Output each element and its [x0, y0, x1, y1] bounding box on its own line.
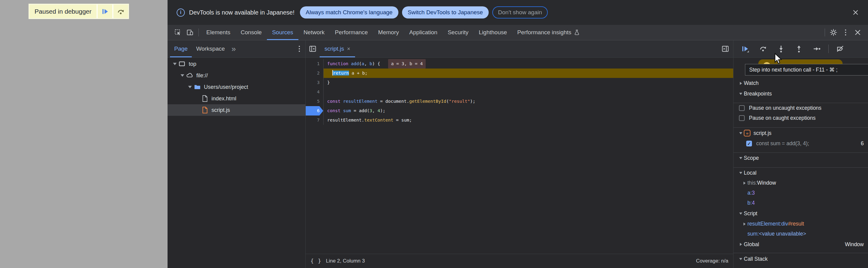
- line-number[interactable]: 4: [306, 87, 323, 97]
- line-number[interactable]: 1: [306, 59, 323, 68]
- expand-arrow-icon[interactable]: [738, 258, 744, 260]
- tree-item-script-js[interactable]: script.js: [167, 104, 305, 116]
- code-line-text[interactable]: const sum = add(3, 4);: [323, 106, 733, 116]
- expand-arrow-icon[interactable]: [738, 157, 744, 159]
- section-scope[interactable]: Scope: [734, 153, 868, 163]
- code-line-text[interactable]: [323, 87, 733, 97]
- tab-workspace[interactable]: Workspace: [192, 40, 229, 57]
- file-icon: [201, 95, 209, 102]
- checkbox-pause-on-uncaught-exceptions[interactable]: Pause on uncaught exceptions: [734, 103, 868, 113]
- expand-arrow-icon[interactable]: [738, 212, 744, 215]
- code-line-text[interactable]: const resultElement = document.getElemen…: [323, 97, 733, 106]
- tab-network[interactable]: Network: [299, 25, 330, 40]
- tab-console[interactable]: Console: [236, 25, 267, 40]
- code-token: "result": [449, 99, 470, 104]
- step-over-button[interactable]: [759, 45, 767, 53]
- resume-script-button[interactable]: [97, 4, 113, 18]
- line-number[interactable]: 3: [306, 78, 323, 87]
- section-call-stack[interactable]: Call Stack: [734, 253, 868, 265]
- tab-performance-insights[interactable]: Performance insights: [512, 25, 585, 40]
- resume-button[interactable]: [741, 45, 749, 53]
- close-devtools-icon[interactable]: [851, 25, 864, 40]
- code-token: const: [327, 99, 341, 104]
- expand-arrow-icon[interactable]: [186, 86, 194, 88]
- expand-arrow-icon[interactable]: [738, 93, 744, 95]
- section-local[interactable]: Local: [734, 168, 868, 178]
- always-match-language-button[interactable]: Always match Chrome's language: [300, 6, 398, 19]
- device-toolbar-icon[interactable]: [184, 25, 196, 40]
- checkbox-pause-on-caught-exceptions[interactable]: Pause on caught exceptions: [734, 113, 868, 123]
- scope-var-this[interactable]: this: Window: [734, 178, 868, 188]
- more-tabs-chevrons[interactable]: »: [229, 40, 238, 57]
- tree-item-label: index.html: [212, 95, 236, 102]
- expand-arrow-icon[interactable]: [738, 172, 744, 174]
- expand-arrow-icon[interactable]: [738, 243, 744, 246]
- expand-arrow-icon[interactable]: [741, 222, 747, 226]
- line-number[interactable]: 2: [306, 68, 323, 78]
- line-number[interactable]: 5: [306, 97, 323, 106]
- tab-elements[interactable]: Elements: [201, 25, 236, 40]
- settings-gear-icon[interactable]: [828, 25, 839, 40]
- section-script[interactable]: Script: [734, 208, 868, 219]
- scope-var-a[interactable]: a: 3: [734, 188, 868, 198]
- step-out-button[interactable]: [795, 45, 803, 53]
- expand-arrow-icon[interactable]: [179, 74, 186, 77]
- line-number[interactable]: 7: [306, 116, 323, 125]
- expand-arrow-icon[interactable]: [171, 63, 179, 65]
- code-editor[interactable]: 1function add(a, b) {a = 3, b = 42 retur…: [306, 58, 733, 254]
- close-tab-icon[interactable]: ×: [347, 46, 350, 52]
- code-line-text[interactable]: function add(a, b) {a = 3, b = 4: [323, 59, 733, 68]
- switch-to-japanese-button[interactable]: Switch DevTools to Japanese: [402, 6, 489, 19]
- code-token: add: [351, 61, 359, 66]
- expand-arrow-icon[interactable]: [738, 132, 744, 134]
- step-button[interactable]: [813, 45, 821, 53]
- tab-memory[interactable]: Memory: [373, 25, 404, 40]
- tree-item-top[interactable]: top: [167, 58, 305, 70]
- breakpoint-entry[interactable]: ✓const sum = add(3, 4);6: [734, 139, 868, 149]
- scope-var-b[interactable]: b: 4: [734, 198, 868, 208]
- more-options-icon[interactable]: [839, 25, 851, 40]
- tab-security[interactable]: Security: [443, 25, 474, 40]
- editor-tab-script-js[interactable]: script.js ×: [320, 40, 355, 57]
- tree-item-index-html[interactable]: index.html: [167, 93, 305, 104]
- scope-var-resultelement[interactable]: resultElement: div#result: [734, 219, 868, 229]
- tab-application[interactable]: Application: [404, 25, 443, 40]
- panel-tabs: ElementsConsoleSourcesNetworkPerformance…: [201, 25, 585, 40]
- cloud-icon: [186, 72, 193, 79]
- code-line-text[interactable]: return a + b;: [323, 68, 733, 78]
- scope-var-sum[interactable]: sum: <value unavailable>: [734, 229, 868, 239]
- tab-performance[interactable]: Performance: [330, 25, 373, 40]
- dont-show-again-button[interactable]: Don't show again: [492, 6, 548, 19]
- inspect-element-icon[interactable]: [172, 25, 184, 40]
- checkbox[interactable]: [739, 115, 745, 121]
- section-watch[interactable]: Watch: [734, 78, 868, 89]
- tab-page[interactable]: Page: [170, 40, 192, 57]
- tab-label: Elements: [206, 29, 230, 36]
- code-line-text[interactable]: }: [323, 78, 733, 87]
- screen: Paused in debugger i DevTools is now ava…: [0, 0, 868, 268]
- navigator-more-options-icon[interactable]: [293, 40, 305, 57]
- tab-sources[interactable]: Sources: [267, 25, 299, 40]
- tree-item-users-user-project[interactable]: Users/user/project: [167, 81, 305, 93]
- breakpoint-marker[interactable]: 6: [306, 106, 323, 116]
- step-into-button[interactable]: [777, 45, 785, 53]
- section-breakpoints[interactable]: Breakpoints: [734, 89, 868, 99]
- section-global[interactable]: GlobalWindow: [734, 239, 868, 250]
- checkbox[interactable]: [739, 105, 745, 111]
- breakpoint-checkbox[interactable]: ✓: [746, 141, 752, 146]
- paused-token: return: [333, 71, 349, 76]
- tree-item-file[interactable]: file://: [167, 70, 305, 81]
- pretty-print-icon[interactable]: { }: [311, 258, 322, 264]
- toggle-debugger-sidebar-icon[interactable]: [717, 40, 733, 57]
- expand-arrow-icon[interactable]: [738, 82, 744, 85]
- paused-banner-label: Paused in debugger: [29, 4, 97, 18]
- code-line-text[interactable]: resultElement.textContent = sum;: [323, 116, 733, 125]
- breakpoint-group-script-js[interactable]: ‹›script.js: [734, 128, 868, 139]
- deactivate-breakpoints-button[interactable]: [836, 45, 844, 53]
- tab-lighthouse[interactable]: Lighthouse: [473, 25, 512, 40]
- expand-arrow-icon[interactable]: [741, 182, 747, 185]
- browser-page: Paused in debugger: [0, 0, 167, 268]
- notification-close-button[interactable]: [851, 8, 860, 17]
- toggle-navigator-icon[interactable]: [306, 40, 320, 57]
- step-over-button[interactable]: [113, 4, 128, 18]
